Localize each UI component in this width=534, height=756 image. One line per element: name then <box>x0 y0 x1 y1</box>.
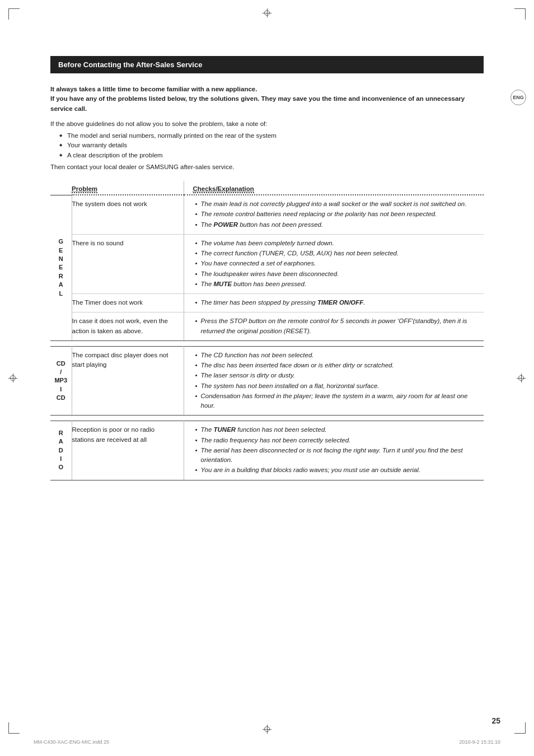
eng-badge: ENG <box>510 90 526 105</box>
intro-normal1: If the above guidelines do not allow you… <box>50 119 484 129</box>
crosshair-top <box>263 8 271 17</box>
intro-bullet-2: Your warranty details <box>59 141 484 150</box>
check-item: The remote control batteries need replac… <box>193 209 484 219</box>
check-item: The volume has been completely turned do… <box>193 239 484 248</box>
checks-cell: The volume has been completely turned do… <box>184 234 484 293</box>
check-item: The timer has been stopped by pressing T… <box>193 298 484 307</box>
checks-list: The volume has been completely turned do… <box>193 239 484 289</box>
checks-list: Press the STOP button on the remote cont… <box>193 316 484 336</box>
check-item: Condensation has formed in the player; l… <box>193 391 484 411</box>
title-bar: Before Contacting the After-Sales Servic… <box>50 56 484 73</box>
intro-bullet-list: The model and serial numbers, normally p… <box>59 131 484 160</box>
section-spacer <box>50 340 484 346</box>
problem-cell: The Timer does not work <box>72 294 184 312</box>
problem-cell: The system does not work <box>72 195 184 234</box>
crosshair-bottom <box>263 725 271 734</box>
checks-cell: The main lead is not correctly plugged i… <box>184 195 484 234</box>
checks-header-label: Checks/Explanation <box>193 185 254 193</box>
footer-right: 2010-9-2 15:31:10 <box>459 739 500 745</box>
checks-cell: Press the STOP button on the remote cont… <box>184 312 484 341</box>
header-problem-col: Problem <box>72 181 184 195</box>
table-row: R A D I OReception is poor or no radio s… <box>50 421 484 480</box>
main-content: Before Contacting the After-Sales Servic… <box>50 56 484 480</box>
check-item: The radio frequency has not been correct… <box>193 436 484 445</box>
corner-mark-bl <box>8 722 20 734</box>
check-item: You have connected a set of earphones. <box>193 259 484 268</box>
check-item: The correct function (TUNER, CD, USB, AU… <box>193 249 484 258</box>
check-item: The MUTE button has been pressed. <box>193 279 484 289</box>
check-item: The loudspeaker wires have been disconne… <box>193 269 484 279</box>
page-number: 25 <box>491 716 500 725</box>
table-row: In case it does not work, even the actio… <box>50 312 484 341</box>
check-item: The POWER button has not been pressed. <box>193 220 484 230</box>
section-spacer <box>50 416 484 421</box>
table-row: The Timer does not workThe timer has bee… <box>50 294 484 312</box>
check-item: The TUNER function has not been selected… <box>193 425 484 435</box>
section-label-cell: R A D I O <box>50 421 72 480</box>
check-item: The aerial has been disconnected or is n… <box>193 446 484 465</box>
check-item: The main lead is not correctly plugged i… <box>193 199 484 209</box>
section-label-cell: G E N E R A L <box>50 195 72 340</box>
checks-cell: The TUNER function has not been selected… <box>184 421 484 480</box>
problem-cell: There is no sound <box>72 234 184 293</box>
checks-cell: The timer has been stopped by pressing T… <box>184 294 484 312</box>
table-header-row: Problem Checks/Explanation <box>50 181 484 195</box>
problem-cell: Reception is poor or no radio stations a… <box>72 421 184 480</box>
crosshair-right <box>517 374 526 382</box>
checks-cell: The CD function has not been selected.Th… <box>184 346 484 416</box>
trouble-table: Problem Checks/Explanation G E N E R A L… <box>50 181 484 480</box>
crosshair-left <box>8 374 17 382</box>
header-section-col <box>50 181 72 195</box>
intro-bullet-1: The model and serial numbers, normally p… <box>59 131 484 141</box>
checks-list: The main lead is not correctly plugged i… <box>193 199 484 230</box>
table-body: G E N E R A LThe system does not workThe… <box>50 195 484 480</box>
table-row: G E N E R A LThe system does not workThe… <box>50 195 484 234</box>
intro-bullet-3: A clear description of the problem <box>59 151 484 160</box>
header-checks-col: Checks/Explanation <box>184 181 484 195</box>
checks-list: The timer has been stopped by pressing T… <box>193 298 484 307</box>
footer-left: MM-C430-XAC-ENG-MIC.indd 25 <box>34 739 109 745</box>
corner-mark-tr <box>514 8 526 20</box>
problem-cell: In case it does not work, even the actio… <box>72 312 184 341</box>
check-item: You are in a building that blocks radio … <box>193 465 484 475</box>
problem-cell: The compact disc player does not start p… <box>72 346 184 416</box>
problem-header-label: Problem <box>72 185 97 193</box>
section-label-cell: CD / MP3 I CD <box>50 346 72 416</box>
intro-bold1: It always takes a little time to become … <box>50 85 484 94</box>
check-item: The disc has been inserted face down or … <box>193 361 484 370</box>
corner-mark-br <box>514 722 526 734</box>
checks-list: The TUNER function has not been selected… <box>193 425 484 475</box>
page-title: Before Contacting the After-Sales Servic… <box>58 60 202 69</box>
check-item: The laser sensor is dirty or dusty. <box>193 371 484 380</box>
intro-contact: Then contact your local dealer or SAMSUN… <box>50 162 484 172</box>
check-item: The system has not been installed on a f… <box>193 381 484 391</box>
check-item: Press the STOP button on the remote cont… <box>193 316 484 336</box>
corner-mark-tl <box>8 8 20 20</box>
table-wrapper: Problem Checks/Explanation G E N E R A L… <box>50 181 484 480</box>
table-row: CD / MP3 I CDThe compact disc player doe… <box>50 346 484 416</box>
intro-section: It always takes a little time to become … <box>50 85 484 172</box>
page-container: ENG Before Contacting the After-Sales Se… <box>0 0 534 756</box>
checks-list: The CD function has not been selected.Th… <box>193 351 484 411</box>
check-item: The CD function has not been selected. <box>193 351 484 360</box>
intro-bold2: If you have any of the problems listed b… <box>50 94 484 114</box>
table-row: There is no soundThe volume has been com… <box>50 234 484 293</box>
